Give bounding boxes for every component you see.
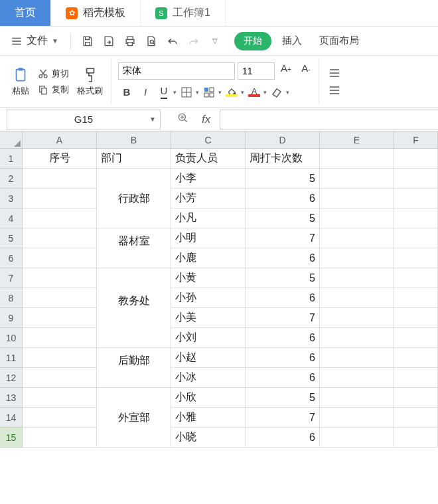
cell[interactable] (320, 348, 394, 368)
cell-style-button[interactable]: ▾ (200, 84, 222, 101)
undo-button[interactable] (164, 33, 181, 50)
cell[interactable] (97, 428, 171, 448)
cell[interactable] (394, 308, 438, 328)
cell[interactable] (23, 368, 97, 388)
clear-format-button[interactable]: ▾ (268, 84, 289, 101)
row-header[interactable]: 3 (0, 189, 23, 209)
increase-font-button[interactable]: A+ (277, 62, 295, 80)
cell[interactable]: 7 (246, 408, 320, 428)
col-header-d[interactable]: D (246, 131, 320, 149)
cell[interactable]: 小李 (171, 169, 246, 189)
cell[interactable] (97, 268, 171, 288)
cell[interactable] (23, 308, 97, 328)
row-header[interactable]: 11 (0, 348, 23, 368)
bold-button[interactable]: B (118, 84, 135, 101)
cell[interactable]: 小孙 (171, 288, 246, 308)
cell[interactable]: 6 (246, 189, 320, 209)
cell[interactable]: 6 (246, 248, 320, 268)
spreadsheet-grid[interactable]: A B C D E F 1 序号 部门 负责人员 周打卡次数 2 小李 5 3 … (0, 131, 438, 448)
cell[interactable] (394, 169, 438, 189)
cell[interactable]: 周打卡次数 (246, 149, 320, 169)
cell[interactable] (97, 308, 171, 328)
fill-color-button[interactable]: ▾ (223, 84, 244, 101)
cell[interactable] (394, 388, 438, 408)
cell[interactable] (23, 428, 97, 448)
cell[interactable] (97, 248, 171, 268)
cell[interactable]: 7 (246, 308, 320, 328)
toolbar-more-button[interactable]: ▽ (206, 33, 224, 50)
cell[interactable]: 教务处 (97, 288, 171, 308)
row-header[interactable]: 2 (0, 169, 23, 189)
row-header[interactable]: 13 (0, 388, 23, 408)
cell[interactable]: 小冰 (171, 368, 246, 388)
italic-button[interactable]: I (137, 84, 154, 101)
borders-button[interactable]: ▾ (178, 84, 199, 101)
cell[interactable]: 小明 (171, 228, 246, 248)
cell[interactable] (320, 209, 394, 228)
cell[interactable]: 后勤部 (97, 348, 171, 368)
cell[interactable] (23, 268, 97, 288)
cell[interactable]: 6 (246, 428, 320, 448)
copy-button[interactable]: 复制 (35, 82, 72, 97)
cell[interactable] (320, 169, 394, 189)
cell[interactable] (320, 408, 394, 428)
file-menu[interactable]: 文件 ▼ (7, 31, 62, 50)
cell[interactable] (320, 288, 394, 308)
ribbon-tab-pagelayout[interactable]: 页面布局 (313, 32, 366, 50)
cell[interactable] (23, 388, 97, 408)
cell[interactable]: 小晓 (171, 428, 246, 448)
cell[interactable] (394, 368, 438, 388)
cell[interactable]: 5 (246, 209, 320, 228)
cell[interactable] (97, 328, 171, 348)
row-header[interactable]: 9 (0, 308, 23, 328)
cell[interactable] (394, 428, 438, 448)
cell[interactable] (394, 189, 438, 209)
cell[interactable] (394, 268, 438, 288)
cell[interactable] (23, 189, 97, 209)
row-header[interactable]: 8 (0, 288, 23, 308)
cell[interactable]: 7 (246, 228, 320, 248)
cell[interactable] (320, 428, 394, 448)
cut-button[interactable]: 剪切 (35, 66, 72, 81)
col-header-a[interactable]: A (23, 131, 97, 149)
cell[interactable] (320, 388, 394, 408)
cell[interactable] (320, 368, 394, 388)
row-header[interactable]: 10 (0, 328, 23, 348)
cell[interactable] (23, 209, 97, 228)
cell[interactable] (320, 149, 394, 169)
save-button[interactable] (79, 33, 96, 50)
cell[interactable]: 小鹿 (171, 248, 246, 268)
cell[interactable] (320, 228, 394, 248)
name-box[interactable]: G15 ▼ (7, 110, 161, 129)
cell[interactable]: 器材室 (97, 228, 171, 248)
row-header[interactable]: 6 (0, 248, 23, 268)
cell[interactable] (394, 348, 438, 368)
cell[interactable] (394, 248, 438, 268)
col-header-c[interactable]: C (171, 131, 246, 149)
formula-input[interactable] (220, 110, 438, 129)
row-header[interactable]: 15 (0, 428, 23, 448)
cell[interactable] (23, 248, 97, 268)
tab-home[interactable]: 首页 (0, 0, 51, 26)
row-header[interactable]: 12 (0, 368, 23, 388)
ribbon-tab-insert[interactable]: 插入 (275, 32, 309, 50)
redo-button[interactable] (185, 33, 202, 50)
col-header-b[interactable]: B (97, 131, 171, 149)
cell[interactable]: 序号 (23, 149, 97, 169)
font-color-button[interactable]: A ▾ (246, 84, 267, 101)
cell[interactable]: 6 (246, 348, 320, 368)
cell[interactable]: 6 (246, 328, 320, 348)
cell[interactable] (394, 228, 438, 248)
cell[interactable]: 负责人员 (171, 149, 246, 169)
paste-button[interactable]: 粘贴 (8, 65, 33, 98)
cell[interactable]: 小刘 (171, 328, 246, 348)
cell[interactable] (23, 228, 97, 248)
cell[interactable]: 5 (246, 169, 320, 189)
cell[interactable] (320, 328, 394, 348)
cell[interactable] (23, 288, 97, 308)
tab-templates[interactable]: ✿ 稻壳模板 (51, 0, 141, 26)
fx-button[interactable]: fx (202, 113, 210, 126)
row-header[interactable]: 14 (0, 408, 23, 428)
print-preview-button[interactable] (143, 33, 160, 50)
align-button-2[interactable] (326, 82, 343, 99)
